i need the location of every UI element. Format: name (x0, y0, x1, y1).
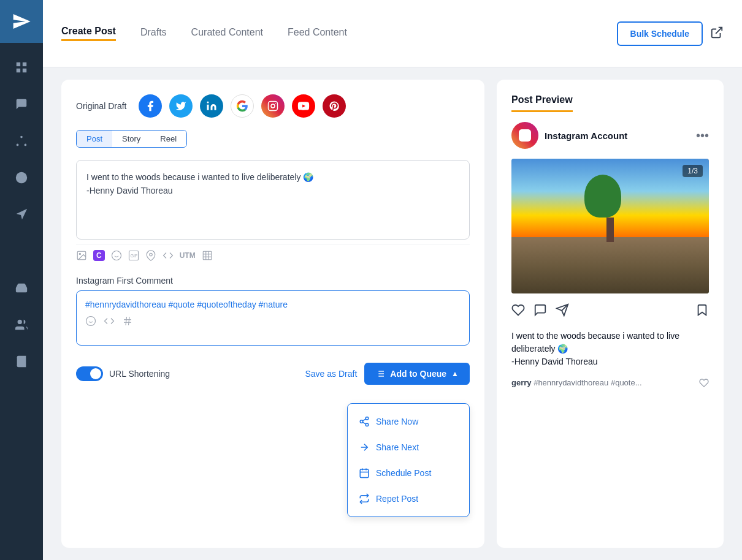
post-type-tabs: Post Story Reel (76, 130, 187, 148)
tab-create-post[interactable]: Create Post (61, 26, 116, 41)
inbox-icon (15, 281, 28, 295)
svg-line-11 (716, 28, 722, 34)
first-comment-section: Instagram First Comment #hennrydavidthor… (76, 276, 470, 346)
sidebar-item-network[interactable] (0, 123, 43, 159)
comment-code-tool[interactable] (104, 316, 115, 329)
sidebar-item-posts[interactable] (0, 86, 43, 123)
code-tool[interactable] (163, 250, 174, 261)
tab-story[interactable]: Story (112, 131, 150, 147)
image-tool[interactable] (76, 250, 87, 261)
tab-feed-content[interactable]: Feed Content (288, 27, 347, 40)
tab-post[interactable]: Post (77, 131, 112, 147)
emoji-tool[interactable] (111, 250, 122, 261)
svg-rect-2 (17, 69, 20, 72)
post-content-text: I went to the woods because i wanted to … (86, 172, 313, 195)
instagram-icon[interactable] (261, 94, 285, 118)
bookmark-icon[interactable] (695, 303, 709, 320)
svg-point-45 (365, 423, 369, 426)
linkedin-icon[interactable] (200, 94, 223, 118)
sidebar-item-library[interactable] (0, 343, 43, 380)
add-to-queue-button[interactable]: Add to Queue ▲ (364, 363, 470, 385)
first-comment-label: Instagram First Comment (76, 276, 470, 286)
queue-icon (375, 369, 385, 379)
svg-text:GIF: GIF (130, 254, 137, 258)
post-preview-title: Post Preview (511, 94, 573, 112)
svg-point-30 (86, 317, 96, 326)
network-icon (15, 134, 28, 148)
comment-username: gerry (511, 378, 532, 387)
comment-icon[interactable] (534, 303, 547, 320)
svg-point-18 (79, 253, 80, 254)
first-comment-box[interactable]: #hennrydavidthoreau #quote #quoteoftheda… (76, 290, 470, 346)
utm-tool[interactable]: UTM (180, 251, 196, 260)
table-tool[interactable] (202, 250, 213, 261)
send-icon (12, 12, 31, 31)
svg-rect-3 (23, 69, 26, 72)
svg-point-24 (149, 253, 152, 256)
tab-reel[interactable]: Reel (150, 131, 186, 147)
original-draft-label: Original Draft (76, 101, 126, 111)
svg-line-35 (126, 317, 127, 325)
schedule-post-item[interactable]: Schedule Post (348, 460, 469, 486)
repeat-icon (359, 493, 370, 504)
share-now-label: Share Now (376, 417, 418, 426)
pinterest-icon[interactable] (323, 94, 346, 118)
export-button[interactable] (710, 26, 724, 41)
google-icon[interactable] (231, 94, 254, 118)
bulk-schedule-button[interactable]: Bulk Schedule (617, 21, 703, 46)
comment-hashtag-tool[interactable] (122, 316, 133, 329)
svg-rect-13 (269, 102, 278, 111)
repeat-post-item[interactable]: Repet Post (348, 486, 469, 512)
share-now-item[interactable]: Share Now (348, 409, 469, 434)
svg-point-53 (522, 133, 527, 138)
account-name: Instagram Account (545, 131, 627, 141)
more-options-icon[interactable]: ••• (696, 129, 709, 143)
save-draft-button[interactable]: Save as Draft (305, 369, 358, 379)
svg-point-43 (365, 417, 369, 420)
image-ground (511, 237, 709, 293)
comment-like-icon[interactable] (699, 378, 709, 390)
post-text-editor: I went to the woods because i wanted to … (76, 160, 470, 263)
svg-line-36 (129, 317, 130, 325)
chevron-up-icon: ▲ (451, 369, 459, 378)
library-icon (15, 355, 28, 368)
sidebar-item-users[interactable] (0, 306, 43, 343)
grid-icon (15, 61, 28, 74)
svg-point-10 (18, 320, 22, 324)
sidebar (0, 0, 43, 560)
youtube-icon[interactable] (292, 94, 315, 118)
top-nav-tabs: Create Post Drafts Curated Content Feed … (61, 26, 617, 41)
sidebar-logo[interactable] (0, 0, 43, 43)
add-to-queue-label: Add to Queue (390, 369, 446, 379)
location-tool[interactable] (145, 250, 156, 261)
tab-curated-content[interactable]: Curated Content (191, 27, 263, 40)
social-icons-row: Original Draft (76, 94, 470, 118)
schedule-post-label: Schedule Post (376, 468, 431, 478)
like-icon[interactable] (511, 303, 525, 320)
gif-tool[interactable]: GIF (128, 250, 139, 261)
share-icon[interactable] (556, 303, 569, 320)
sidebar-item-inbox[interactable] (0, 270, 43, 306)
post-content[interactable]: I went to the woods because i wanted to … (76, 160, 470, 240)
repeat-post-label: Repet Post (376, 494, 418, 504)
share-next-label: Share Next (376, 442, 419, 452)
sidebar-item-dashboard[interactable] (0, 49, 43, 86)
sidebar-item-target[interactable] (0, 159, 43, 196)
bottom-actions: Save as Draft Add to Queue ▲ (305, 363, 470, 385)
comment-emoji-tool[interactable] (85, 316, 96, 329)
canva-tool[interactable]: C (93, 250, 105, 261)
post-preview-panel: Post Preview Instagram Account ••• (497, 80, 724, 548)
tab-drafts[interactable]: Drafts (140, 27, 167, 40)
svg-point-14 (271, 104, 275, 108)
url-shortening-label: URL Shortening (109, 369, 170, 379)
facebook-icon[interactable] (139, 94, 162, 118)
sidebar-item-analytics[interactable] (0, 233, 43, 270)
share-next-item[interactable]: Share Next (348, 434, 469, 460)
target-icon (15, 171, 28, 184)
preview-actions (511, 303, 709, 320)
url-shortening-switch[interactable] (76, 366, 103, 381)
sidebar-item-campaigns[interactable] (0, 196, 43, 233)
twitter-icon[interactable] (169, 94, 193, 118)
svg-point-4 (20, 136, 23, 138)
svg-point-15 (275, 103, 277, 104)
